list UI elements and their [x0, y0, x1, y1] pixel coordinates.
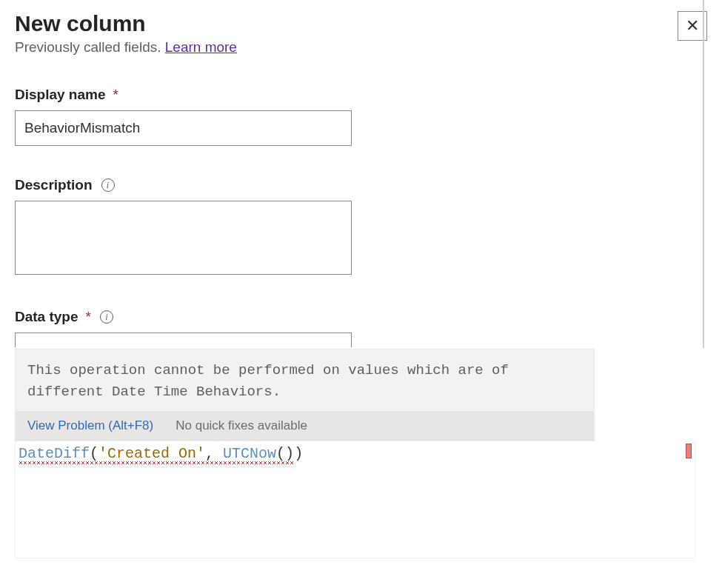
data-type-label: Data type * i: [15, 309, 707, 325]
description-label: Description i: [15, 177, 707, 193]
data-type-select[interactable]: [15, 333, 352, 347]
close-icon: ✕: [686, 16, 699, 36]
info-icon[interactable]: i: [100, 310, 113, 324]
required-indicator: *: [113, 87, 118, 103]
formula-editor[interactable]: DateDiff('Created On', UTCNow()): [15, 441, 695, 558]
tooltip-action-bar: View Problem (Alt+F8) No quick fixes ava…: [16, 411, 594, 441]
view-problem-link[interactable]: View Problem (Alt+F8): [27, 418, 153, 433]
token-paren: ): [294, 445, 303, 462]
description-field: Description i: [15, 177, 707, 278]
display-name-field: Display name *: [15, 87, 707, 146]
error-tooltip: This operation cannot be performed on va…: [15, 349, 595, 441]
display-name-input[interactable]: [15, 110, 352, 146]
token-paren: ): [285, 445, 294, 462]
header-left: New column Previously called fields. Lea…: [15, 11, 237, 56]
token-string: 'Created On': [98, 445, 205, 462]
required-indicator: *: [86, 309, 91, 325]
token-comma: ,: [205, 445, 223, 462]
display-name-label-text: Display name: [15, 87, 106, 103]
token-paren: (: [276, 445, 285, 462]
header-row: New column Previously called fields. Lea…: [15, 11, 707, 56]
page-subtitle: Previously called fields. Learn more: [15, 39, 237, 56]
no-quick-fixes-text: No quick fixes available: [176, 418, 307, 433]
scrollbar-marker[interactable]: [686, 444, 692, 458]
data-type-field: Data type * i: [15, 309, 707, 347]
display-name-label: Display name *: [15, 87, 707, 103]
token-paren: (: [90, 445, 98, 462]
info-icon[interactable]: i: [101, 178, 115, 192]
panel-right-border: [703, 0, 704, 348]
description-label-text: Description: [15, 177, 93, 193]
data-type-label-text: Data type: [15, 309, 78, 325]
token-function: UTCNow: [223, 445, 276, 462]
error-message: This operation cannot be performed on va…: [16, 350, 594, 411]
learn-more-link[interactable]: Learn more: [165, 39, 237, 55]
formula-error-underline: DateDiff('Created On', UTCNow(): [19, 445, 294, 464]
page-title: New column: [15, 11, 237, 36]
token-function: DateDiff: [19, 445, 90, 462]
description-input[interactable]: [15, 201, 352, 275]
subtitle-prefix: Previously called fields.: [15, 39, 165, 55]
formula-section: This operation cannot be performed on va…: [15, 349, 707, 558]
